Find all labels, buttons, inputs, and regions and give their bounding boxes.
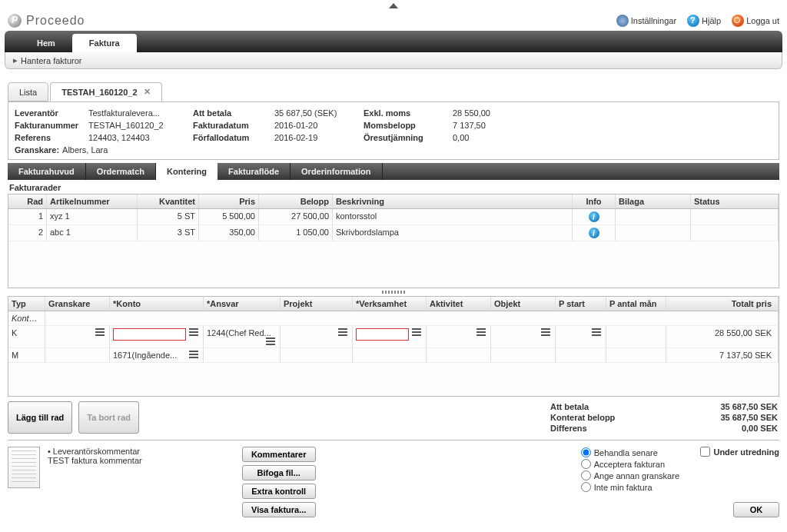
col-pstart[interactable]: P start (556, 297, 606, 311)
logout-icon (732, 15, 744, 27)
comments-button[interactable]: Kommentarer (242, 447, 316, 462)
topay-label: Att betala (193, 108, 270, 118)
comment-body: TEST faktura kommentar (48, 456, 142, 465)
menu-icon[interactable] (592, 328, 601, 336)
totals-topay-label: Att betala (550, 402, 589, 411)
col-desc[interactable]: Beskrivning (333, 195, 573, 208)
col-reviewer[interactable]: Granskare (45, 297, 110, 311)
col-project[interactable]: Projekt (281, 297, 353, 311)
col-price[interactable]: Pris (199, 195, 259, 208)
header: Proceedo Inställningar Hjälp Logga ut (0, 11, 787, 31)
invoice-line-row[interactable]: 2 abc 1 3 ST 350,00 1 050,00 Skrivbordsl… (8, 225, 779, 241)
menu-icon[interactable] (412, 328, 421, 336)
nav-tab-home[interactable]: Hem (20, 34, 72, 52)
menu-icon[interactable] (266, 337, 275, 345)
collapse-handle[interactable] (0, 0, 787, 11)
totals: Att betala35 687,50 SEK Konterat belopp3… (549, 401, 779, 434)
comment-title: Leverantörskommentar (53, 447, 140, 456)
col-qty[interactable]: Kvantitet (138, 195, 199, 208)
accounting-row[interactable]: K 1244(Chef Red... 28 550,00 SEK (8, 326, 779, 348)
help-icon (687, 15, 699, 27)
invoiceno-label: Fakturanummer (15, 121, 84, 130)
tab-orderinformation[interactable]: Orderinformation (291, 163, 382, 180)
tab-kontering[interactable]: Kontering (156, 163, 218, 180)
account-input[interactable] (113, 328, 186, 341)
col-pmonths[interactable]: P antal mån (606, 297, 666, 311)
col-artno[interactable]: Artikelnummer (47, 195, 138, 208)
exvat-value: 28 550,00 (453, 108, 514, 118)
col-area[interactable]: *Verksamhet (353, 297, 427, 311)
tab-fakturahuvud[interactable]: Fakturahuvud (8, 163, 86, 180)
menu-icon[interactable] (338, 328, 347, 336)
doc-tab-current[interactable]: TESTAH_160120_2✕ (50, 82, 161, 101)
col-activity[interactable]: Aktivitet (427, 297, 491, 311)
menu-icon[interactable] (189, 351, 198, 358)
nav-tab-invoice[interactable]: Faktura (72, 34, 137, 52)
settings-link[interactable]: Inställningar (616, 15, 676, 27)
splitter[interactable] (8, 288, 779, 296)
info-icon[interactable]: i (589, 228, 599, 238)
delete-row-button[interactable]: Ta bort rad (78, 401, 139, 434)
menu-icon[interactable] (541, 328, 550, 336)
tab-fakturaflode[interactable]: Fakturaflöde (218, 163, 291, 180)
invoice-line-row[interactable]: 1 xyz 1 5 ST 5 500,00 27 500,00 kontorss… (8, 209, 779, 225)
reference-value: 124403, 124403 (88, 133, 188, 142)
col-row[interactable]: Rad (8, 195, 47, 208)
help-link[interactable]: Hjälp (687, 15, 721, 27)
ok-button[interactable]: OK (733, 502, 779, 517)
reviewer-value: Albers, Lara (62, 145, 108, 155)
footer-panel: •Leverantörskommentar TEST faktura komme… (8, 440, 779, 517)
reviewer-label: Granskare: (15, 145, 59, 155)
totals-diff-label: Differens (550, 424, 587, 433)
show-invoice-button[interactable]: Visa faktura... (242, 502, 316, 517)
col-type[interactable]: Typ (8, 297, 45, 311)
exvat-label: Exkl. moms (364, 108, 448, 118)
info-icon[interactable]: i (589, 211, 599, 222)
settings-label: Inställningar (631, 16, 676, 25)
col-info[interactable]: Info (573, 195, 616, 208)
totals-coded-value: 35 687,50 SEK (720, 413, 778, 422)
document-tabs: Lista TESTAH_160120_2✕ (8, 82, 779, 102)
radio-later[interactable]: Behandla senare (581, 447, 679, 458)
radio-accept[interactable]: Acceptera fakturan (581, 458, 679, 470)
radio-notmine[interactable]: Inte min faktura (581, 481, 679, 493)
doc-tab-list[interactable]: Lista (8, 82, 48, 101)
rounding-value: 0,00 (453, 133, 514, 142)
tab-ordermatch[interactable]: Ordermatch (86, 163, 156, 180)
logout-link[interactable]: Logga ut (732, 15, 779, 27)
vat-value: 7 137,50 (453, 121, 514, 130)
radio-assign[interactable]: Ange annan granskare (581, 470, 679, 481)
attach-button[interactable]: Bifoga fil... (242, 465, 316, 480)
accounting-grid: Typ Granskare *Konto *Ansvar Projekt *Ve… (8, 296, 779, 397)
duedate-value: 2016-02-19 (274, 133, 359, 142)
col-resp[interactable]: *Ansvar (204, 297, 281, 311)
col-attach[interactable]: Bilaga (616, 195, 691, 208)
action-radios: Behandla senare Acceptera fakturan Ange … (581, 447, 679, 517)
totals-coded-label: Konterat belopp (550, 413, 615, 422)
vat-label: Momsbelopp (364, 121, 448, 130)
menu-icon[interactable] (477, 328, 486, 336)
area-input[interactable] (356, 328, 409, 341)
col-account[interactable]: *Konto (110, 297, 204, 311)
add-row-button[interactable]: Lägg till rad (8, 401, 72, 434)
under-review-checkbox[interactable]: Under utredning (700, 447, 779, 457)
supplier-comment: •Leverantörskommentar TEST faktura komme… (48, 447, 142, 517)
accounting-row[interactable]: M 1671(Ingående... 7 137,50 SEK (8, 348, 779, 363)
close-icon[interactable]: ✕ (144, 87, 151, 97)
menu-icon[interactable] (189, 328, 198, 336)
breadcrumb[interactable]: Hantera fakturor (21, 56, 81, 65)
topay-value: 35 687,50 (SEK) (274, 108, 359, 118)
supplier-label: Leverantör (15, 108, 84, 118)
col-status[interactable]: Status (691, 195, 779, 208)
invoice-thumbnail[interactable] (8, 447, 40, 488)
menu-icon[interactable] (95, 328, 105, 336)
triangle-up-icon (389, 3, 398, 8)
chevron-right-icon: ▸ (13, 55, 18, 65)
col-amount[interactable]: Belopp (259, 195, 333, 208)
help-label: Hjälp (702, 16, 721, 25)
col-object[interactable]: Objekt (491, 297, 556, 311)
section-tabs: Fakturahuvud Ordermatch Kontering Faktur… (8, 163, 779, 180)
extra-control-button[interactable]: Extra kontroll (242, 484, 316, 499)
col-total[interactable]: Totalt pris (666, 297, 779, 311)
logout-label: Logga ut (746, 16, 779, 25)
